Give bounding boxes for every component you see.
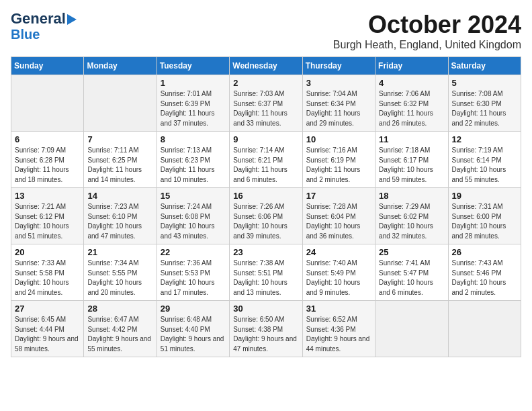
calendar-cell: 26Sunrise: 7:43 AM Sunset: 5:46 PM Dayli… [448,244,521,301]
calendar-cell: 25Sunrise: 7:41 AM Sunset: 5:47 PM Dayli… [375,244,448,301]
day-number: 10 [306,134,371,144]
col-header-thursday: Thursday [302,57,375,75]
col-header-wednesday: Wednesday [230,57,302,75]
week-row-1: 1Sunrise: 7:01 AM Sunset: 6:39 PM Daylig… [11,75,521,132]
header-row: SundayMondayTuesdayWednesdayThursdayFrid… [11,57,521,75]
logo: General Blue [11,11,77,42]
col-header-friday: Friday [375,57,448,75]
calendar-cell [448,301,521,357]
day-info: Sunrise: 7:29 AM Sunset: 6:02 PM Dayligh… [379,202,444,241]
day-info: Sunrise: 7:24 AM Sunset: 6:08 PM Dayligh… [161,202,226,241]
day-number: 1 [161,78,226,88]
week-row-4: 20Sunrise: 7:33 AM Sunset: 5:58 PM Dayli… [11,244,521,301]
calendar-cell [84,75,157,132]
day-number: 29 [161,304,226,314]
logo-text: General [11,11,77,27]
day-number: 11 [379,134,444,144]
calendar-cell: 29Sunrise: 6:48 AM Sunset: 4:40 PM Dayli… [157,301,229,357]
calendar-cell: 16Sunrise: 7:26 AM Sunset: 6:06 PM Dayli… [230,188,302,244]
day-number: 24 [306,247,371,257]
calendar-cell: 14Sunrise: 7:23 AM Sunset: 6:10 PM Dayli… [84,188,157,244]
col-header-saturday: Saturday [448,57,521,75]
logo-arrow-icon [67,14,77,25]
day-number: 4 [379,78,444,88]
logo-blue: Blue [11,27,40,42]
calendar-cell: 13Sunrise: 7:21 AM Sunset: 6:12 PM Dayli… [11,188,84,244]
calendar-cell: 23Sunrise: 7:38 AM Sunset: 5:51 PM Dayli… [230,244,302,301]
day-info: Sunrise: 7:11 AM Sunset: 6:25 PM Dayligh… [87,146,152,185]
week-row-2: 6Sunrise: 7:09 AM Sunset: 6:28 PM Daylig… [11,132,521,188]
col-header-tuesday: Tuesday [157,57,229,75]
calendar-cell: 3Sunrise: 7:04 AM Sunset: 6:34 PM Daylig… [302,75,375,132]
page-header: General Blue October 2024 Burgh Heath, E… [11,11,521,51]
day-number: 2 [233,78,298,88]
day-number: 5 [452,78,517,88]
calendar-cell: 21Sunrise: 7:34 AM Sunset: 5:55 PM Dayli… [84,244,157,301]
calendar-cell: 10Sunrise: 7:16 AM Sunset: 6:19 PM Dayli… [302,132,375,188]
day-info: Sunrise: 7:33 AM Sunset: 5:58 PM Dayligh… [15,259,80,298]
day-number: 23 [233,247,298,257]
day-number: 28 [87,304,152,314]
day-info: Sunrise: 7:19 AM Sunset: 6:14 PM Dayligh… [452,146,517,185]
day-number: 14 [87,191,152,201]
col-header-sunday: Sunday [11,57,84,75]
calendar-cell: 27Sunrise: 6:45 AM Sunset: 4:44 PM Dayli… [11,301,84,357]
week-row-3: 13Sunrise: 7:21 AM Sunset: 6:12 PM Dayli… [11,188,521,244]
day-info: Sunrise: 6:47 AM Sunset: 4:42 PM Dayligh… [87,315,152,354]
calendar-cell: 31Sunrise: 6:52 AM Sunset: 4:36 PM Dayli… [302,301,375,357]
calendar-cell: 28Sunrise: 6:47 AM Sunset: 4:42 PM Dayli… [84,301,157,357]
day-number: 26 [452,247,517,257]
title-block: October 2024 Burgh Heath, England, Unite… [333,11,521,51]
day-number: 19 [452,191,517,201]
calendar-cell: 18Sunrise: 7:29 AM Sunset: 6:02 PM Dayli… [375,188,448,244]
calendar-cell: 17Sunrise: 7:28 AM Sunset: 6:04 PM Dayli… [302,188,375,244]
calendar-cell: 20Sunrise: 7:33 AM Sunset: 5:58 PM Dayli… [11,244,84,301]
day-number: 9 [233,134,298,144]
calendar-cell: 15Sunrise: 7:24 AM Sunset: 6:08 PM Dayli… [157,188,229,244]
week-row-5: 27Sunrise: 6:45 AM Sunset: 4:44 PM Dayli… [11,301,521,357]
calendar-cell: 8Sunrise: 7:13 AM Sunset: 6:23 PM Daylig… [157,132,229,188]
day-info: Sunrise: 7:04 AM Sunset: 6:34 PM Dayligh… [306,89,371,128]
day-info: Sunrise: 7:06 AM Sunset: 6:32 PM Dayligh… [379,89,444,128]
calendar-cell: 30Sunrise: 6:50 AM Sunset: 4:38 PM Dayli… [230,301,302,357]
calendar-cell: 12Sunrise: 7:19 AM Sunset: 6:14 PM Dayli… [448,132,521,188]
day-info: Sunrise: 6:50 AM Sunset: 4:38 PM Dayligh… [233,315,298,354]
day-info: Sunrise: 7:38 AM Sunset: 5:51 PM Dayligh… [233,259,298,298]
day-info: Sunrise: 7:26 AM Sunset: 6:06 PM Dayligh… [233,202,298,241]
day-info: Sunrise: 7:09 AM Sunset: 6:28 PM Dayligh… [15,146,80,185]
calendar-cell: 22Sunrise: 7:36 AM Sunset: 5:53 PM Dayli… [157,244,229,301]
day-info: Sunrise: 6:48 AM Sunset: 4:40 PM Dayligh… [161,315,226,354]
day-info: Sunrise: 7:40 AM Sunset: 5:49 PM Dayligh… [306,259,371,298]
col-header-monday: Monday [84,57,157,75]
day-number: 30 [233,304,298,314]
calendar-cell: 2Sunrise: 7:03 AM Sunset: 6:37 PM Daylig… [230,75,302,132]
calendar-cell [375,301,448,357]
day-info: Sunrise: 6:45 AM Sunset: 4:44 PM Dayligh… [15,315,80,354]
day-info: Sunrise: 7:36 AM Sunset: 5:53 PM Dayligh… [161,259,226,298]
calendar-table: SundayMondayTuesdayWednesdayThursdayFrid… [11,56,521,357]
day-info: Sunrise: 7:01 AM Sunset: 6:39 PM Dayligh… [161,89,226,128]
day-info: Sunrise: 7:43 AM Sunset: 5:46 PM Dayligh… [452,259,517,298]
calendar-cell: 19Sunrise: 7:31 AM Sunset: 6:00 PM Dayli… [448,188,521,244]
day-number: 20 [15,247,80,257]
day-info: Sunrise: 7:23 AM Sunset: 6:10 PM Dayligh… [87,202,152,241]
day-info: Sunrise: 7:03 AM Sunset: 6:37 PM Dayligh… [233,89,298,128]
day-info: Sunrise: 7:13 AM Sunset: 6:23 PM Dayligh… [161,146,226,185]
day-number: 12 [452,134,517,144]
day-number: 8 [161,134,226,144]
day-info: Sunrise: 6:52 AM Sunset: 4:36 PM Dayligh… [306,315,371,354]
day-number: 27 [15,304,80,314]
day-info: Sunrise: 7:34 AM Sunset: 5:55 PM Dayligh… [87,259,152,298]
calendar-cell: 4Sunrise: 7:06 AM Sunset: 6:32 PM Daylig… [375,75,448,132]
day-number: 17 [306,191,371,201]
calendar-cell: 11Sunrise: 7:18 AM Sunset: 6:17 PM Dayli… [375,132,448,188]
day-info: Sunrise: 7:14 AM Sunset: 6:21 PM Dayligh… [233,146,298,185]
calendar-cell: 7Sunrise: 7:11 AM Sunset: 6:25 PM Daylig… [84,132,157,188]
calendar-cell: 5Sunrise: 7:08 AM Sunset: 6:30 PM Daylig… [448,75,521,132]
day-info: Sunrise: 7:31 AM Sunset: 6:00 PM Dayligh… [452,202,517,241]
calendar-cell: 1Sunrise: 7:01 AM Sunset: 6:39 PM Daylig… [157,75,229,132]
location-subtitle: Burgh Heath, England, United Kingdom [333,39,521,51]
calendar-cell: 24Sunrise: 7:40 AM Sunset: 5:49 PM Dayli… [302,244,375,301]
day-number: 21 [87,247,152,257]
day-number: 6 [15,134,80,144]
